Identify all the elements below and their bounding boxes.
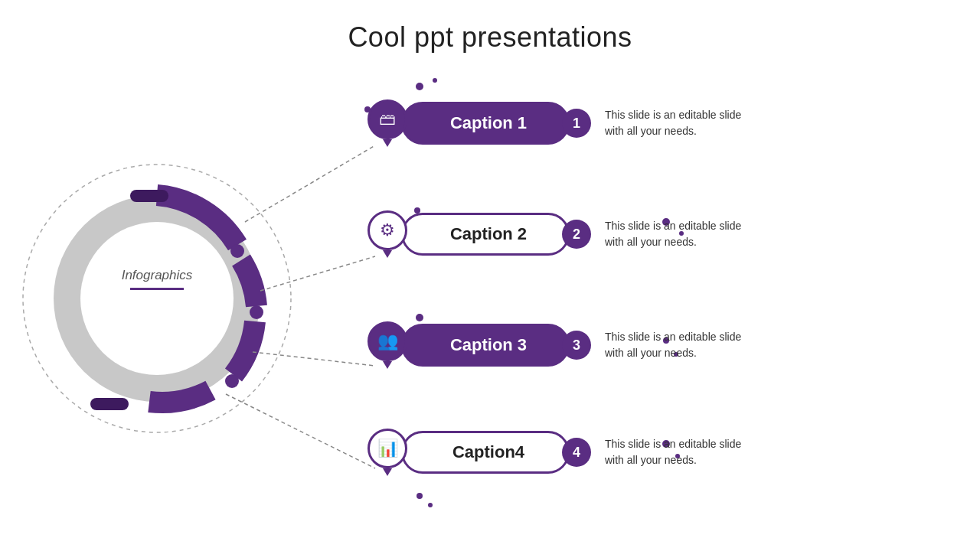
- caption-1-text: This slide is an editable slide with all…: [605, 107, 750, 139]
- caption-2-number: 2: [562, 220, 591, 249]
- svg-point-10: [416, 83, 423, 90]
- svg-point-24: [428, 503, 433, 507]
- slide-title: Cool ppt presentations: [0, 0, 980, 54]
- caption-1-number: 1: [562, 109, 591, 138]
- caption-4-text: This slide is an editable slide with all…: [605, 436, 750, 468]
- caption-4-label: Caption4: [401, 431, 570, 474]
- svg-rect-26: [90, 398, 129, 410]
- svg-point-2: [80, 222, 234, 375]
- caption-3-icon: 👥: [368, 321, 407, 361]
- svg-line-8: [253, 352, 375, 366]
- caption-1-label: Caption 1: [401, 102, 570, 145]
- svg-point-23: [416, 493, 423, 499]
- svg-point-1: [54, 195, 260, 402]
- slide: Cool ppt presentations: [0, 0, 980, 551]
- svg-line-6: [245, 145, 375, 222]
- caption-row-1: 🗃 Caption 1 1 This slide is an editable …: [368, 99, 750, 147]
- caption-row-3: 👥 Caption 3 3 This slide is an editable …: [368, 321, 750, 369]
- svg-line-7: [260, 256, 375, 291]
- caption-3-number: 3: [562, 331, 591, 360]
- svg-point-17: [416, 314, 423, 321]
- caption-2-icon: ⚙: [368, 210, 407, 250]
- svg-point-4: [250, 305, 263, 319]
- svg-point-0: [23, 165, 291, 432]
- caption-1-icon: 🗃: [368, 99, 407, 139]
- caption-4-icon: 📊: [368, 429, 407, 468]
- svg-line-9: [226, 394, 375, 468]
- svg-point-3: [230, 244, 244, 258]
- caption-3-label: Caption 3: [401, 324, 570, 367]
- caption-3-text: This slide is an editable slide with all…: [605, 329, 750, 361]
- svg-point-5: [225, 374, 239, 388]
- svg-point-11: [433, 78, 437, 83]
- caption-row-4: 📊 Caption4 4 This slide is an editable s…: [368, 429, 750, 476]
- caption-4-number: 4: [562, 438, 591, 467]
- svg-rect-25: [130, 190, 168, 202]
- caption-2-text: This slide is an editable slide with all…: [605, 218, 750, 250]
- caption-row-2: ⚙ Caption 2 2 This slide is an editable …: [368, 210, 750, 258]
- caption-2-label: Caption 2: [401, 213, 570, 256]
- center-label: Infographics: [80, 268, 234, 290]
